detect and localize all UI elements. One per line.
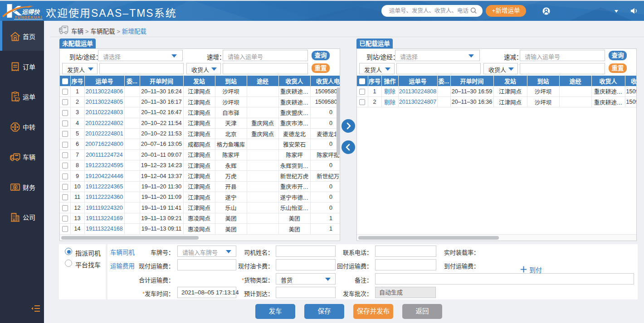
svg-text:YUNDEKUAI: YUNDEKUAI <box>15 15 42 19</box>
